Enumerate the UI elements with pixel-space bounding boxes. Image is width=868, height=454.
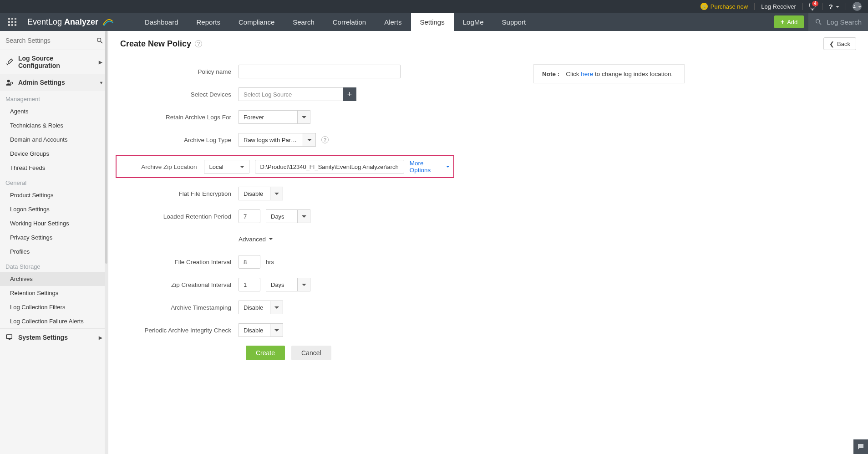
timestamp-caret[interactable] [270, 301, 283, 314]
log-search-button[interactable]: Log Search [808, 13, 868, 31]
separator [802, 3, 803, 10]
nav-tab-settings[interactable]: Settings [411, 13, 454, 31]
cancel-button[interactable]: Cancel [291, 346, 331, 360]
archive-type-select[interactable]: Raw logs with Parsed [239, 133, 303, 147]
help-icon[interactable]: ? [195, 40, 202, 47]
zip-loc-mode-select[interactable]: Local [204, 160, 249, 173]
file-create-input[interactable] [239, 255, 260, 269]
sidebar-item-agents[interactable]: Agents [0, 104, 108, 118]
retain-label: Retain Archive Logs For [120, 114, 239, 121]
add-device-button[interactable]: + [343, 87, 356, 101]
sidebar-item-log-collection-failure-alerts[interactable]: Log Collection Failure Alerts [0, 314, 108, 328]
sidebar-item-profiles[interactable]: Profiles [0, 245, 108, 259]
sidebar-item-threat-feeds[interactable]: Threat Feeds [0, 161, 108, 175]
create-button[interactable]: Create [246, 346, 285, 360]
zip-create-unit-value: Days [271, 281, 284, 288]
nav-tab-alerts[interactable]: Alerts [375, 13, 411, 31]
cart-icon: 🛒 [700, 3, 708, 10]
sidebar-item-product-settings[interactable]: Product Settings [0, 188, 108, 202]
integrity-caret[interactable] [270, 323, 283, 337]
purchase-now-link[interactable]: 🛒 Purchase now [700, 3, 748, 10]
notifications-button[interactable]: 4 [809, 3, 816, 10]
retain-value: Forever [244, 114, 264, 121]
main-nav: EventLog Analyzer DashboardReportsCompli… [0, 13, 868, 31]
archive-type-caret[interactable] [303, 133, 316, 147]
nav-tab-logme[interactable]: LogMe [454, 13, 493, 31]
zip-create-label: Zip Creational Interval [120, 281, 239, 288]
nav-tab-dashboard[interactable]: Dashboard [136, 13, 187, 31]
help-icon[interactable]: ? [321, 136, 329, 143]
nav-tab-support[interactable]: Support [493, 13, 535, 31]
sidebar-scrollbar[interactable] [105, 31, 108, 454]
loaded-ret-unit-value: Days [271, 213, 284, 220]
sidebar-search-input[interactable] [5, 36, 96, 45]
brand[interactable]: EventLog Analyzer [27, 16, 114, 28]
svg-point-0 [854, 5, 855, 6]
user-menu[interactable] [853, 2, 862, 11]
more-options-link[interactable]: More Options [410, 160, 450, 173]
nav-tab-reports[interactable]: Reports [188, 13, 230, 31]
svg-point-5 [7, 80, 10, 82]
tools-icon [5, 58, 14, 66]
sidebar-item-archives[interactable]: Archives [0, 272, 108, 286]
sidebar-item-technicians-roles[interactable]: Technicians & Roles [0, 118, 108, 133]
loaded-ret-unit-caret[interactable] [298, 209, 310, 223]
policy-name-input[interactable] [239, 65, 401, 78]
chat-fab[interactable] [853, 439, 868, 454]
loaded-ret-unit-select[interactable]: Days [266, 209, 298, 223]
policy-name-label: Policy name [120, 68, 239, 75]
zip-loc-mode-value: Local [209, 163, 223, 170]
sidebar-group-title: Data Storage [0, 259, 108, 272]
log-search-label: Log Search [827, 18, 862, 26]
sidebar-cat-log-source[interactable]: Log Source Configuration ▶ [0, 50, 108, 74]
integrity-select[interactable]: Disable [239, 323, 270, 337]
back-button[interactable]: ❮ Back [823, 37, 856, 50]
sidebar: Log Source Configuration ▶ Admin Setting… [0, 31, 108, 454]
zip-create-unit-select[interactable]: Days [266, 278, 298, 291]
nav-tab-search[interactable]: Search [284, 13, 324, 31]
advanced-toggle[interactable]: Advanced [239, 236, 273, 243]
sidebar-group-title: Management [0, 91, 108, 104]
scrollbar-thumb[interactable] [105, 31, 107, 264]
help-button[interactable]: ? [829, 3, 839, 10]
retain-select[interactable]: Forever [239, 110, 298, 124]
sidebar-item-working-hour-settings[interactable]: Working Hour Settings [0, 216, 108, 230]
sidebar-item-domain-and-accounts[interactable]: Domain and Accounts [0, 133, 108, 147]
flat-enc-select[interactable]: Disable [239, 187, 270, 200]
sidebar-item-retention-settings[interactable]: Retention Settings [0, 286, 108, 300]
flat-enc-caret[interactable] [270, 187, 283, 200]
zip-loc-path-input[interactable] [255, 160, 404, 173]
chat-icon [857, 443, 865, 451]
sidebar-cat-admin-settings[interactable]: Admin Settings ▾ [0, 74, 108, 91]
retain-caret[interactable] [298, 110, 310, 124]
nav-tab-correlation[interactable]: Correlation [324, 13, 375, 31]
page-title: Create New Policy [120, 39, 191, 49]
apps-grid-icon[interactable] [8, 18, 16, 26]
chevron-left-icon: ❮ [829, 41, 834, 47]
note-link[interactable]: here [581, 71, 593, 77]
log-receiver-link[interactable]: Log Receiver [761, 3, 796, 10]
add-button-label: Add [787, 19, 797, 26]
separator [754, 3, 755, 10]
more-options-label: More Options [410, 160, 443, 173]
search-icon[interactable] [96, 37, 103, 44]
zip-create-unit-caret[interactable] [298, 278, 310, 291]
sidebar-item-device-groups[interactable]: Device Groups [0, 147, 108, 161]
flat-enc-value: Disable [244, 190, 263, 197]
svg-point-3 [97, 38, 101, 41]
loaded-ret-input[interactable] [239, 209, 260, 223]
sidebar-item-log-collection-filters[interactable]: Log Collection Filters [0, 300, 108, 314]
separator [846, 3, 846, 10]
select-devices-placeholder: Select Log Source [244, 91, 292, 98]
timestamp-select[interactable]: Disable [239, 301, 270, 314]
nav-tab-compliance[interactable]: Compliance [229, 13, 284, 31]
sidebar-item-logon-settings[interactable]: Logon Settings [0, 202, 108, 216]
back-label: Back [837, 41, 850, 47]
zip-create-input[interactable] [239, 278, 260, 291]
add-button[interactable]: + Add [774, 15, 804, 28]
brand-swoosh-icon [102, 16, 114, 28]
sidebar-item-privacy-settings[interactable]: Privacy Settings [0, 230, 108, 245]
advanced-label: Advanced [239, 236, 266, 243]
sidebar-cat-system-settings[interactable]: System Settings ▶ [0, 328, 108, 346]
select-devices-input[interactable]: Select Log Source [239, 87, 343, 101]
